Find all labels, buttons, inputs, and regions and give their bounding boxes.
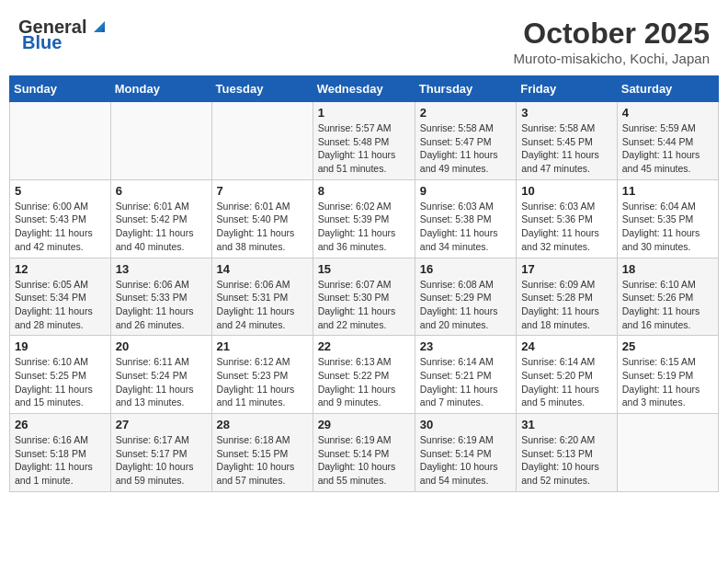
day-number: 5 xyxy=(15,184,106,198)
page-title: October 2025 xyxy=(514,17,710,51)
logo-blue: Blue xyxy=(22,32,62,53)
day-number: 17 xyxy=(521,262,612,276)
calendar-header-row: SundayMondayTuesdayWednesdayThursdayFrid… xyxy=(10,76,719,102)
day-number: 2 xyxy=(420,106,511,120)
calendar-empty-cell xyxy=(617,414,718,492)
calendar-day-cell: 20Sunrise: 6:11 AMSunset: 5:24 PMDayligh… xyxy=(110,336,211,414)
day-number: 16 xyxy=(420,262,511,276)
day-detail: Sunrise: 6:11 AMSunset: 5:24 PMDaylight:… xyxy=(116,355,207,409)
calendar-day-cell: 11Sunrise: 6:04 AMSunset: 5:35 PMDayligh… xyxy=(617,179,718,258)
day-detail: Sunrise: 6:03 AMSunset: 5:36 PMDaylight:… xyxy=(521,200,612,254)
day-number: 28 xyxy=(217,418,308,431)
calendar-day-cell: 9Sunrise: 6:03 AMSunset: 5:38 PMDaylight… xyxy=(415,179,516,258)
day-number: 29 xyxy=(318,418,410,431)
day-number: 22 xyxy=(318,339,410,353)
day-detail: Sunrise: 6:00 AMSunset: 5:43 PMDaylight:… xyxy=(15,200,106,254)
day-number: 1 xyxy=(318,106,410,120)
calendar-day-cell: 23Sunrise: 6:14 AMSunset: 5:21 PMDayligh… xyxy=(415,336,516,414)
calendar-day-cell: 17Sunrise: 6:09 AMSunset: 5:28 PMDayligh… xyxy=(517,258,618,336)
day-detail: Sunrise: 6:06 AMSunset: 5:31 PMDaylight:… xyxy=(217,278,308,332)
calendar-day-cell: 22Sunrise: 6:13 AMSunset: 5:22 PMDayligh… xyxy=(313,336,415,414)
day-detail: Sunrise: 6:08 AMSunset: 5:29 PMDaylight:… xyxy=(420,278,511,332)
calendar-day-cell: 3Sunrise: 5:58 AMSunset: 5:45 PMDaylight… xyxy=(517,102,618,180)
day-number: 18 xyxy=(622,262,713,276)
day-detail: Sunrise: 6:14 AMSunset: 5:21 PMDaylight:… xyxy=(420,355,511,409)
calendar-empty-cell xyxy=(211,102,313,180)
weekday-header: Thursday xyxy=(415,76,516,102)
day-detail: Sunrise: 6:07 AMSunset: 5:30 PMDaylight:… xyxy=(318,278,410,332)
calendar-day-cell: 25Sunrise: 6:15 AMSunset: 5:19 PMDayligh… xyxy=(617,336,718,414)
calendar-day-cell: 14Sunrise: 6:06 AMSunset: 5:31 PMDayligh… xyxy=(211,258,313,336)
day-number: 8 xyxy=(318,184,410,198)
calendar-day-cell: 19Sunrise: 6:10 AMSunset: 5:25 PMDayligh… xyxy=(10,336,111,414)
logo: General Blue xyxy=(18,17,108,53)
day-number: 10 xyxy=(521,184,612,198)
calendar-day-cell: 27Sunrise: 6:17 AMSunset: 5:17 PMDayligh… xyxy=(110,414,211,492)
calendar-day-cell: 21Sunrise: 6:12 AMSunset: 5:23 PMDayligh… xyxy=(211,336,313,414)
day-number: 7 xyxy=(217,184,308,198)
calendar-day-cell: 5Sunrise: 6:00 AMSunset: 5:43 PMDaylight… xyxy=(10,179,111,258)
calendar-day-cell: 2Sunrise: 5:58 AMSunset: 5:47 PMDaylight… xyxy=(415,102,516,180)
day-number: 9 xyxy=(420,184,511,198)
calendar-day-cell: 30Sunrise: 6:19 AMSunset: 5:14 PMDayligh… xyxy=(415,414,516,492)
day-number: 30 xyxy=(420,418,511,431)
day-detail: Sunrise: 5:58 AMSunset: 5:47 PMDaylight:… xyxy=(420,121,511,176)
day-number: 3 xyxy=(521,106,612,120)
page-subtitle: Muroto-misakicho, Kochi, Japan xyxy=(514,51,710,66)
weekday-header: Saturday xyxy=(617,76,718,102)
day-number: 15 xyxy=(318,262,410,276)
calendar-day-cell: 31Sunrise: 6:20 AMSunset: 5:13 PMDayligh… xyxy=(517,414,618,492)
day-detail: Sunrise: 6:03 AMSunset: 5:38 PMDaylight:… xyxy=(420,200,511,254)
day-number: 27 xyxy=(116,418,207,431)
calendar-day-cell: 15Sunrise: 6:07 AMSunset: 5:30 PMDayligh… xyxy=(313,258,415,336)
day-detail: Sunrise: 6:18 AMSunset: 5:15 PMDaylight:… xyxy=(217,433,308,488)
day-number: 21 xyxy=(217,339,308,353)
calendar-week-row: 1Sunrise: 5:57 AMSunset: 5:48 PMDaylight… xyxy=(10,102,719,180)
calendar-day-cell: 13Sunrise: 6:06 AMSunset: 5:33 PMDayligh… xyxy=(110,258,211,336)
day-number: 6 xyxy=(116,184,207,198)
day-detail: Sunrise: 6:04 AMSunset: 5:35 PMDaylight:… xyxy=(622,200,713,254)
day-detail: Sunrise: 6:05 AMSunset: 5:34 PMDaylight:… xyxy=(15,278,106,332)
day-detail: Sunrise: 5:58 AMSunset: 5:45 PMDaylight:… xyxy=(521,121,612,176)
calendar-day-cell: 6Sunrise: 6:01 AMSunset: 5:42 PMDaylight… xyxy=(110,179,211,258)
day-detail: Sunrise: 6:01 AMSunset: 5:42 PMDaylight:… xyxy=(116,200,207,254)
day-detail: Sunrise: 5:57 AMSunset: 5:48 PMDaylight:… xyxy=(318,121,410,176)
day-detail: Sunrise: 6:10 AMSunset: 5:26 PMDaylight:… xyxy=(622,278,713,332)
calendar-day-cell: 12Sunrise: 6:05 AMSunset: 5:34 PMDayligh… xyxy=(10,258,111,336)
weekday-header: Friday xyxy=(517,76,618,102)
day-detail: Sunrise: 6:19 AMSunset: 5:14 PMDaylight:… xyxy=(318,433,410,488)
day-detail: Sunrise: 6:19 AMSunset: 5:14 PMDaylight:… xyxy=(420,433,511,488)
day-number: 23 xyxy=(420,339,511,353)
day-detail: Sunrise: 6:06 AMSunset: 5:33 PMDaylight:… xyxy=(116,278,207,332)
day-number: 12 xyxy=(15,262,106,276)
day-detail: Sunrise: 6:12 AMSunset: 5:23 PMDaylight:… xyxy=(217,355,308,409)
day-detail: Sunrise: 6:17 AMSunset: 5:17 PMDaylight:… xyxy=(116,433,207,488)
weekday-header: Wednesday xyxy=(313,76,415,102)
day-number: 11 xyxy=(622,184,713,198)
day-detail: Sunrise: 6:16 AMSunset: 5:18 PMDaylight:… xyxy=(15,433,106,488)
calendar-day-cell: 28Sunrise: 6:18 AMSunset: 5:15 PMDayligh… xyxy=(211,414,313,492)
day-detail: Sunrise: 6:20 AMSunset: 5:13 PMDaylight:… xyxy=(521,433,612,488)
day-detail: Sunrise: 6:09 AMSunset: 5:28 PMDaylight:… xyxy=(521,278,612,332)
calendar-table: SundayMondayTuesdayWednesdayThursdayFrid… xyxy=(9,75,719,492)
calendar-day-cell: 24Sunrise: 6:14 AMSunset: 5:20 PMDayligh… xyxy=(517,336,618,414)
day-detail: Sunrise: 6:10 AMSunset: 5:25 PMDaylight:… xyxy=(15,355,106,409)
calendar-week-row: 5Sunrise: 6:00 AMSunset: 5:43 PMDaylight… xyxy=(10,179,719,258)
day-number: 31 xyxy=(521,418,612,431)
calendar-week-row: 12Sunrise: 6:05 AMSunset: 5:34 PMDayligh… xyxy=(10,258,719,336)
day-number: 4 xyxy=(622,106,713,120)
day-detail: Sunrise: 6:13 AMSunset: 5:22 PMDaylight:… xyxy=(318,355,410,409)
day-number: 14 xyxy=(217,262,308,276)
day-detail: Sunrise: 6:01 AMSunset: 5:40 PMDaylight:… xyxy=(217,200,308,254)
day-number: 20 xyxy=(116,339,207,353)
calendar-day-cell: 8Sunrise: 6:02 AMSunset: 5:39 PMDaylight… xyxy=(313,179,415,258)
weekday-header: Sunday xyxy=(10,76,111,102)
calendar-week-row: 19Sunrise: 6:10 AMSunset: 5:25 PMDayligh… xyxy=(10,336,719,414)
page-header: General Blue October 2025 Muroto-misakic… xyxy=(9,9,719,70)
calendar-day-cell: 1Sunrise: 5:57 AMSunset: 5:48 PMDaylight… xyxy=(313,102,415,180)
weekday-header: Tuesday xyxy=(211,76,313,102)
calendar-day-cell: 10Sunrise: 6:03 AMSunset: 5:36 PMDayligh… xyxy=(517,179,618,258)
title-block: October 2025 Muroto-misakicho, Kochi, Ja… xyxy=(514,17,710,66)
calendar-day-cell: 26Sunrise: 6:16 AMSunset: 5:18 PMDayligh… xyxy=(10,414,111,492)
day-detail: Sunrise: 6:02 AMSunset: 5:39 PMDaylight:… xyxy=(318,200,410,254)
